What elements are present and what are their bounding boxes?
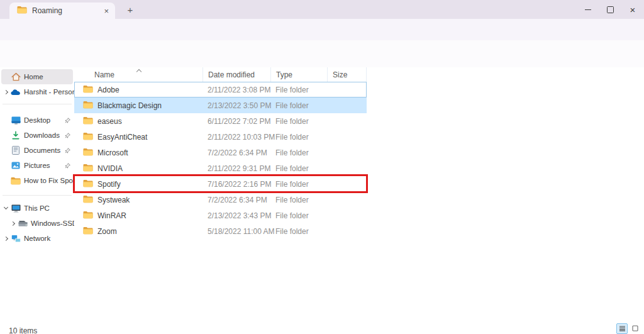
drive-icon [17, 220, 28, 227]
file-explorer-window: Roaming × + × New Sort View [0, 0, 644, 334]
table-row-easyanticheat[interactable]: EasyAntiCheat2/11/2022 10:03 PMFile fold… [74, 129, 367, 145]
sidebar-item-label: Network [24, 235, 73, 242]
file-name: WinRAR [97, 211, 126, 220]
command-bar: New Sort View [0, 19, 644, 40]
file-name: NVIDIA [97, 164, 123, 173]
folder-icon [83, 226, 93, 237]
sidebar-divider [3, 195, 72, 196]
chevron-right-icon[interactable] [1, 237, 10, 240]
date-modified-cell: 7/2/2022 6:34 PM [203, 148, 270, 157]
file-name: Adobe [97, 86, 119, 94]
type-cell: File folder [270, 196, 327, 204]
table-row-zoom[interactable]: Zoom5/18/2022 11:00 AMFile folder [74, 223, 367, 239]
type-cell: File folder [270, 180, 327, 189]
pin-icon [63, 118, 72, 123]
file-name: Blackmagic Design [97, 101, 162, 110]
date-modified-cell: 6/11/2022 7:02 PM [203, 117, 270, 126]
column-header-type[interactable]: Type [270, 67, 327, 82]
type-cell: File folder [270, 227, 327, 236]
folder-icon [83, 101, 93, 111]
tab-title: Roaming [32, 6, 99, 15]
item-count-label: 10 items [9, 326, 37, 334]
tab-close-icon[interactable]: × [104, 7, 109, 15]
chevron-right-icon[interactable] [1, 91, 10, 94]
sidebar-item-this-pc[interactable]: This PC [1, 201, 73, 216]
sidebar-item-how-to-fix-spotify[interactable]: How to Fix Spotify [1, 173, 73, 188]
table-row-systweak[interactable]: Systweak7/2/2022 6:34 PMFile folder [74, 192, 367, 208]
type-cell: File folder [270, 101, 327, 110]
sidebar-item-desktop[interactable]: Desktop [1, 113, 73, 128]
date-modified-cell: 7/16/2022 2:16 PM [203, 180, 270, 189]
sidebar-item-network[interactable]: Network [1, 231, 73, 246]
type-cell: File folder [270, 86, 327, 94]
folder-icon [83, 148, 93, 158]
folder-icon [83, 195, 93, 205]
folder-icon [83, 85, 93, 95]
sidebar-item-harshit-personal[interactable]: Harshit - Personal [1, 84, 73, 99]
type-cell: File folder [270, 148, 327, 157]
sidebar-item-windows-ssd-c[interactable]: Windows-SSD (C: [1, 216, 73, 231]
desktop-icon [10, 116, 21, 125]
pin-icon [63, 163, 72, 169]
sidebar-item-pictures[interactable]: Pictures [1, 158, 73, 173]
table-row-winrar[interactable]: WinRAR2/13/2022 3:43 PMFile folder [74, 208, 367, 223]
address-row: Harshit Arora AppData Roaming [0, 40, 644, 67]
icons-view-icon [632, 325, 638, 333]
type-cell: File folder [270, 133, 327, 142]
sidebar-item-label: Downloads [24, 131, 63, 139]
column-header-date-modified[interactable]: Date modified [203, 67, 270, 82]
type-cell: File folder [270, 211, 327, 220]
file-list-pane: Name Date modified Type Size Adobe2/11/2… [74, 67, 644, 323]
table-row-spotify[interactable]: Spotify7/16/2022 2:16 PMFile folder [74, 176, 367, 192]
column-header-name[interactable]: Name [74, 67, 203, 82]
type-cell: File folder [270, 117, 327, 126]
file-name: Systweak [97, 196, 130, 204]
sidebar-item-label: This PC [24, 204, 73, 212]
table-row-easeus[interactable]: easeus6/11/2022 7:02 PMFile folder [74, 113, 367, 129]
chevron-down-icon[interactable] [1, 208, 10, 209]
downloads-icon [10, 131, 21, 140]
home-icon [10, 72, 21, 81]
folder-icon [17, 6, 27, 16]
date-modified-cell: 2/11/2022 10:03 PM [203, 133, 270, 142]
folder-icon [10, 177, 21, 185]
sort-ascending-chevron-icon [136, 69, 142, 74]
details-view-button[interactable] [616, 323, 628, 334]
date-modified-cell: 2/13/2022 3:43 PM [203, 211, 270, 220]
sidebar-item-label: Windows-SSD (C: [31, 220, 74, 227]
pin-icon [63, 148, 72, 153]
column-headers: Name Date modified Type Size [74, 67, 367, 82]
folder-icon [83, 211, 93, 221]
maximize-button[interactable] [597, 0, 623, 19]
this-pc-icon [10, 204, 21, 213]
folder-icon [83, 132, 93, 142]
network-icon [10, 235, 21, 243]
large-icons-view-button[interactable] [630, 323, 641, 334]
file-name: EasyAntiCheat [97, 133, 147, 142]
documents-icon [10, 146, 21, 155]
sidebar-item-label: Documents [24, 147, 63, 154]
new-tab-button[interactable]: + [124, 3, 136, 16]
title-bar: Roaming × + × [0, 0, 644, 19]
sidebar-item-home[interactable]: Home [1, 69, 73, 84]
table-row-microsoft[interactable]: Microsoft7/2/2022 6:34 PMFile folder [74, 145, 367, 160]
table-row-blackmagic-design[interactable]: Blackmagic Design2/13/2022 3:50 PMFile f… [74, 97, 367, 113]
date-modified-cell: 2/13/2022 3:50 PM [203, 101, 270, 110]
close-button[interactable]: × [620, 0, 644, 19]
file-name: Spotify [97, 180, 121, 189]
explorer-tab[interactable]: Roaming × [9, 3, 115, 19]
sidebar-item-label: Harshit - Personal [24, 88, 74, 96]
file-name: Microsoft [97, 148, 128, 157]
file-name: Zoom [97, 227, 117, 236]
column-header-size[interactable]: Size [327, 67, 367, 82]
details-view-icon [619, 325, 626, 333]
sidebar-item-downloads[interactable]: Downloads [1, 128, 73, 143]
pictures-icon [10, 162, 21, 169]
sidebar-item-documents[interactable]: Documents [1, 143, 73, 158]
folder-icon [83, 179, 93, 189]
sidebar-item-label: How to Fix Spotify [24, 177, 74, 184]
table-row-adobe[interactable]: Adobe2/11/2022 3:08 PMFile folder [74, 82, 367, 97]
chevron-right-icon[interactable] [8, 222, 17, 225]
table-row-nvidia[interactable]: NVIDIA2/11/2022 9:31 PMFile folder [74, 160, 367, 176]
minimize-button[interactable] [575, 0, 601, 19]
